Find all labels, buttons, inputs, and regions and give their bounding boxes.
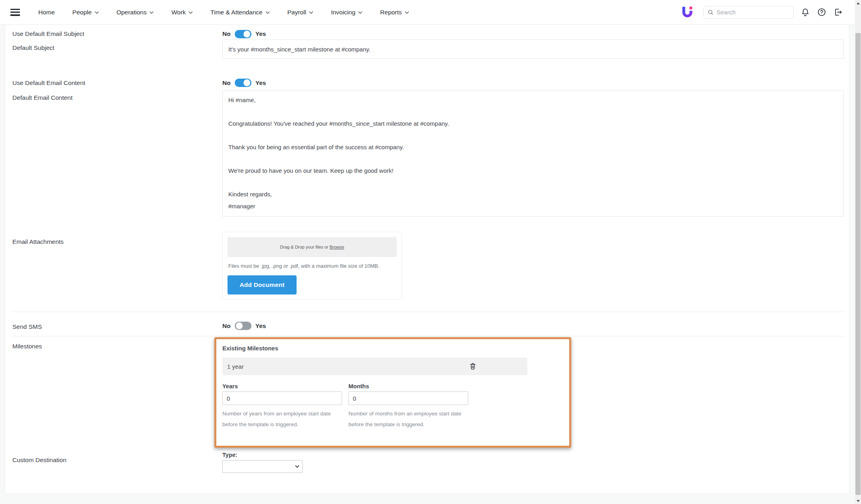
toggle-no-label: No	[222, 79, 231, 87]
scrollbar-down-arrow[interactable]	[855, 498, 861, 504]
search-input[interactable]	[717, 9, 789, 16]
row-send-sms: Send SMS No Yes	[5, 312, 849, 336]
send-sms-label: Send SMS	[12, 323, 42, 330]
menu-hamburger-icon[interactable]	[10, 9, 20, 16]
default-subject-input[interactable]	[222, 40, 844, 59]
default-email-content-label: Default Email Content	[12, 94, 73, 101]
dropzone-text: Drag & Drop your files or	[280, 245, 330, 249]
chevron-down-icon	[309, 11, 313, 14]
search-box	[703, 6, 794, 19]
browse-link[interactable]: Browse	[330, 245, 344, 249]
nav-item-people[interactable]: People	[72, 9, 99, 16]
custom-destination-label: Custom Destination	[12, 457, 66, 463]
file-rules-text: Files must be .jpg, .png or .pdf, with a…	[228, 263, 397, 269]
app-logo	[682, 6, 693, 19]
nav-item-payroll[interactable]: Payroll	[287, 9, 313, 16]
notifications-bell-icon[interactable]	[801, 8, 810, 17]
chevron-down-icon	[405, 11, 409, 14]
chevron-down-icon	[265, 11, 270, 14]
row-use-default-email-subject: Use Default Email Subject No Yes	[5, 25, 849, 40]
page-scrollbar	[855, 0, 861, 504]
row-default-email-content: Default Email Content Hi #name, Congratu…	[5, 90, 849, 218]
template-settings-card: Use Default Email Subject No Yes Default…	[5, 25, 849, 494]
nav-item-home[interactable]: Home	[38, 9, 55, 16]
default-email-content-textarea[interactable]: Hi #name, Congratulations! You've reache…	[222, 90, 844, 217]
milestone-row: 1 year	[222, 358, 527, 375]
nav-item-time-attendance[interactable]: Time & Attendance	[210, 9, 269, 16]
send-sms-toggle[interactable]	[235, 322, 251, 330]
use-default-email-subject-label: Use Default Email Subject	[12, 30, 84, 37]
milestone-name: 1 year	[227, 363, 244, 370]
sign-out-icon[interactable]	[833, 8, 843, 17]
years-input[interactable]	[222, 391, 342, 405]
milestones-label: Milestones	[12, 343, 42, 350]
help-icon[interactable]	[817, 8, 826, 17]
existing-milestones-heading: Existing Milestones	[222, 345, 563, 352]
months-help-text: Number of months from an employee start …	[348, 408, 468, 430]
navbar-right-cluster	[682, 6, 861, 19]
toggle-no-label: No	[222, 322, 231, 330]
toggle-yes-label: Yes	[255, 322, 266, 330]
default-subject-label: Default Subject	[12, 44, 54, 51]
use-default-email-content-toggle[interactable]	[235, 79, 251, 87]
scrollbar-thumb[interactable]	[855, 33, 861, 495]
add-document-button[interactable]: Add Document	[228, 275, 297, 294]
chevron-down-icon	[188, 11, 193, 14]
milestones-highlight-panel: Existing Milestones 1 year Years Number …	[214, 337, 571, 448]
nav-item-invoicing[interactable]: Invoicing	[331, 9, 362, 16]
chevron-down-icon	[149, 11, 154, 14]
months-field: Months Number of months from an employee…	[348, 383, 468, 430]
custom-destination-type-select[interactable]	[222, 460, 303, 473]
row-email-attachments: Email Attachments Drag & Drop your files…	[5, 232, 849, 300]
chevron-down-icon	[358, 11, 362, 14]
months-label: Months	[348, 383, 468, 389]
months-input[interactable]	[348, 391, 468, 405]
nav-item-operations[interactable]: Operations	[117, 9, 154, 16]
row-custom-destination: Custom Destination Type:	[5, 452, 849, 473]
toggle-no-label: No	[222, 30, 231, 38]
toggle-yes-label: Yes	[255, 30, 266, 38]
use-default-email-subject-toggle[interactable]	[235, 30, 251, 38]
use-default-email-content-label: Use Default Email Content	[12, 79, 85, 86]
row-milestones: Milestones Existing Milestones 1 year Ye…	[5, 336, 849, 448]
row-default-subject: Default Subject	[5, 40, 849, 59]
toggle-yes-label: Yes	[255, 79, 266, 87]
delete-milestone-trash-icon[interactable]	[469, 363, 476, 370]
row-use-default-email-content: Use Default Email Content No Yes	[5, 75, 849, 90]
years-field: Years Number of years from an employee s…	[222, 383, 342, 430]
years-help-text: Number of years from an employee start d…	[222, 408, 342, 430]
nav-item-work[interactable]: Work	[171, 9, 193, 16]
nav-item-reports[interactable]: Reports	[380, 9, 409, 16]
main-nav: Home People Operations Work Time & Atten…	[38, 9, 409, 16]
file-dropzone[interactable]: Drag & Drop your files or Browse	[228, 237, 397, 257]
top-navbar: Home People Operations Work Time & Atten…	[0, 0, 861, 25]
years-label: Years	[222, 383, 342, 389]
email-attachments-label: Email Attachments	[12, 238, 63, 245]
type-label: Type:	[222, 452, 844, 458]
scrollbar-up-arrow[interactable]	[855, 0, 861, 6]
chevron-down-icon	[95, 11, 99, 14]
attachments-card: Drag & Drop your files or Browse Files m…	[222, 232, 402, 300]
search-icon	[708, 9, 713, 16]
